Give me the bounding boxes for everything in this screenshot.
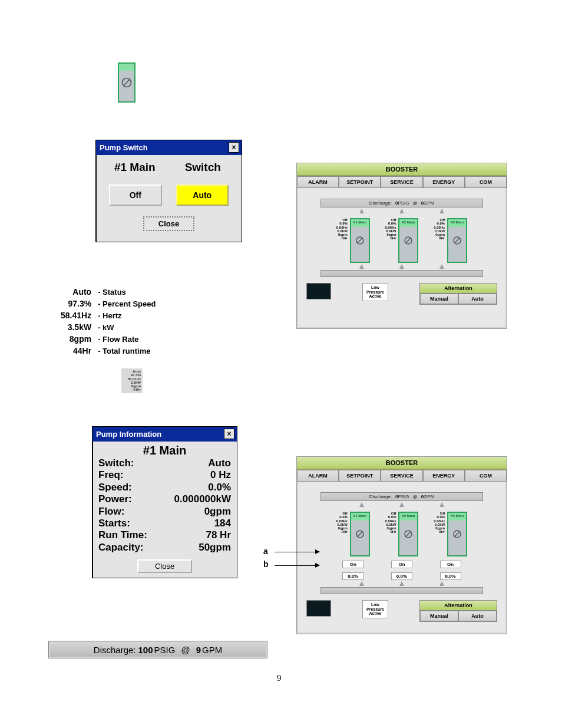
pi-runtime-value: 78 Hr — [206, 529, 231, 541]
marker-b: b — [263, 559, 269, 569]
pump-1-icon[interactable]: #1 Main — [350, 218, 370, 263]
booster-title: BOOSTER — [297, 163, 507, 176]
pump-info-dialog: Pump Information × #1 Main Switch:Auto F… — [92, 426, 237, 578]
discharge-psig-unit: PSIG — [154, 645, 176, 655]
discharge-psig-value: 100 — [138, 645, 153, 655]
close-icon[interactable]: × — [229, 142, 239, 153]
stat-runtime-value: 44Hr — [60, 345, 96, 356]
pump-3-icon[interactable]: #3 Main — [447, 512, 467, 556]
pi-speed-label: Speed: — [98, 482, 208, 493]
arrow-up-icon — [439, 502, 444, 507]
discharge-label: Discharge: — [369, 200, 392, 206]
pi-switch-label: Switch: — [98, 457, 208, 469]
stat-status-label: - Status — [97, 286, 156, 297]
alternation-manual-button[interactable]: Manual — [420, 294, 458, 304]
pump-2-icon[interactable]: #2 Main — [398, 218, 418, 263]
trend-chart-icon[interactable] — [306, 283, 331, 299]
pump3-speed-entry[interactable]: 0.0% — [440, 572, 461, 580]
auto-button[interactable]: Auto — [176, 185, 229, 206]
arrow-up-icon — [439, 209, 444, 213]
pump2-labels: Off0.0%0.00Hz0.0kW0gpm0Hr — [385, 218, 396, 241]
pump3-labels: Off0.0%0.00Hz0.0kW0gpm0Hr — [434, 512, 445, 556]
pump-info-heading: #1 Main — [98, 444, 231, 457]
discharge-ribbon: Discharge: 100PSIG @ 9GPM — [48, 641, 267, 658]
alternation-auto-button[interactable]: Auto — [458, 611, 497, 621]
discharge-gpm-unit: GPM — [424, 494, 434, 499]
low-pressure-indicator: LowPressureActive — [362, 283, 388, 301]
trend-chart-icon[interactable] — [306, 600, 331, 617]
close-button[interactable]: Close — [137, 559, 192, 573]
stat-kw-label: - kW — [97, 322, 156, 332]
pi-freq-value: 0 Hz — [210, 469, 231, 481]
arrow-up-icon — [399, 264, 404, 269]
stat-hz-value: 58.41Hz — [60, 310, 96, 321]
off-button[interactable]: Off — [109, 185, 162, 206]
stat-hz-label: - Hertz — [97, 310, 156, 321]
tab-com[interactable]: COM — [465, 176, 507, 188]
alternation-title: Alternation — [420, 284, 497, 294]
page-number: 9 — [277, 673, 282, 683]
pump-2-icon[interactable]: #2 Main — [398, 512, 418, 556]
discharge-gpm-unit: GPM — [424, 200, 434, 206]
tab-energy[interactable]: ENERGY — [423, 470, 465, 482]
discharge-psig-unit: PSIG — [398, 494, 409, 499]
pump1-speed-entry[interactable]: 0.0% — [342, 572, 363, 580]
tab-energy[interactable]: ENERGY — [423, 176, 465, 188]
close-icon[interactable]: × — [224, 429, 234, 439]
marker-b-arrow-icon — [275, 565, 319, 566]
stat-speed-label: - Percent Speed — [97, 298, 156, 309]
alternation-auto-button[interactable]: Auto — [458, 294, 497, 304]
tab-service[interactable]: SERVICE — [381, 470, 422, 482]
marker-a-arrow-icon — [275, 552, 319, 552]
suction-header-pipe — [320, 587, 483, 594]
pump-info-titlebar: Pump Information × — [92, 427, 237, 442]
pi-freq-label: Freq: — [98, 469, 210, 481]
alternation-manual-button[interactable]: Manual — [420, 611, 458, 621]
pi-power-value: 0.000000kW — [174, 493, 231, 505]
close-button[interactable]: Close — [143, 216, 194, 231]
pi-capacity-label: Capacity: — [98, 542, 199, 554]
pi-flow-value: 0gpm — [204, 506, 231, 518]
alternation-box: Alternation Manual Auto — [419, 600, 497, 622]
booster-panel-1: BOOSTER ALARM SETPOINT SERVICE ENERGY CO… — [296, 163, 507, 329]
pump-1-icon[interactable]: #1 Main — [350, 512, 370, 556]
discharge-psig-unit: PSIG — [398, 200, 409, 206]
pump2-speed-entry[interactable]: 0.0% — [391, 572, 412, 580]
pump3-on-button[interactable]: On — [440, 561, 461, 568]
tab-service[interactable]: SERVICE — [381, 176, 422, 188]
arrow-up-icon — [399, 581, 404, 586]
stat-runtime-label: - Total runtime — [97, 345, 156, 356]
pi-speed-value: 0.0% — [208, 482, 231, 493]
pi-flow-label: Flow: — [98, 506, 204, 518]
discharge-gpm-value: 9 — [196, 645, 201, 655]
tab-alarm[interactable]: ALARM — [297, 176, 339, 188]
pi-capacity-value: 50gpm — [199, 542, 231, 554]
stat-speed-value: 97.3% — [60, 298, 96, 309]
pi-starts-value: 184 — [214, 518, 231, 529]
tab-setpoint[interactable]: SETPOINT — [339, 470, 381, 482]
pump-switch-dialog: Pump Switch × #1 Main Switch Off Auto Cl… — [95, 140, 242, 242]
discharge-label: Discharge: — [369, 494, 392, 499]
pump-switch-title: Pump Switch — [100, 143, 148, 152]
tab-setpoint[interactable]: SETPOINT — [339, 176, 381, 188]
mini-stats: Auto 97.3% 58.41Hz 3.5kW 8gpm 44Hr — [121, 368, 143, 393]
booster-title: BOOSTER — [297, 457, 507, 470]
discharge-at: @ — [413, 200, 418, 206]
tab-com[interactable]: COM — [465, 470, 507, 482]
pump1-on-button[interactable]: On — [342, 561, 363, 568]
pump-3-icon[interactable]: #3 Main — [447, 218, 467, 263]
tab-alarm[interactable]: ALARM — [297, 470, 339, 482]
pump-switch-titlebar: Pump Switch × — [96, 140, 242, 155]
arrow-up-icon — [359, 264, 364, 269]
pump2-on-button[interactable]: On — [391, 561, 412, 568]
alternation-title: Alternation — [420, 601, 497, 611]
pi-starts-label: Starts: — [98, 518, 214, 529]
discharge-bar: Discharge: 0PSIG @ 0GPM — [320, 199, 483, 207]
pump-icon-small — [118, 62, 135, 103]
arrow-up-icon — [359, 502, 364, 507]
pi-power-label: Power: — [98, 493, 174, 505]
pi-switch-value: Auto — [208, 457, 231, 469]
pump-stats-list: Auto- Status 97.3%- Percent Speed 58.41H… — [59, 285, 157, 357]
pi-runtime-label: Run Time: — [98, 529, 206, 541]
stat-flow-label: - Flow Rate — [97, 334, 156, 344]
